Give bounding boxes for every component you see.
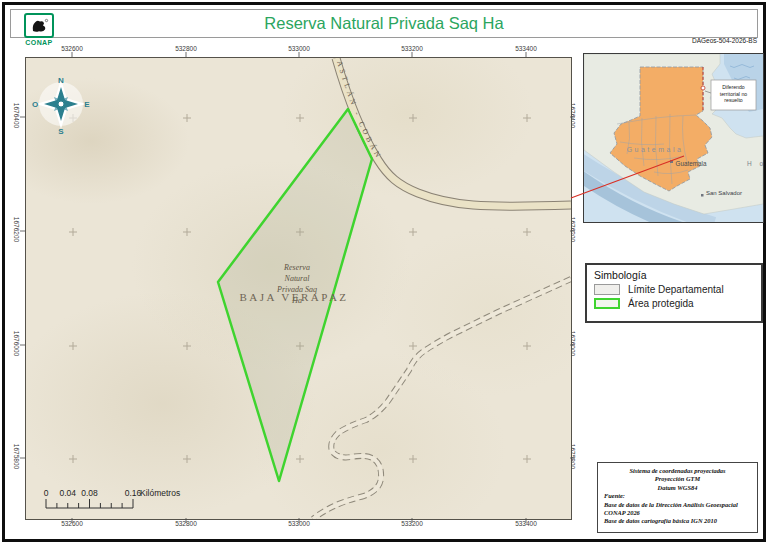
credits-panel: Sistema de coordenadas proyectadas Proye… [597,462,758,533]
datum-name: Datum WGS84 [604,484,751,492]
trail-casing [313,279,571,519]
grid-x-label: 532600 [50,45,94,52]
callout-text-line: resuelto [724,97,743,103]
grid-y-label: 1676000 [13,322,20,366]
jaguar-icon [29,18,49,33]
scale-bar: 0 0.04 0.08 0.16 Kilómetros [44,488,181,508]
grid-x-label: 533400 [504,45,548,52]
disputed-border-marker [701,86,705,90]
compass-west-label: O [32,100,38,109]
legend-title: Simbología [594,269,761,281]
scale-bar-ticks [46,499,133,508]
source-line: Base de datos cartografía básica IGN 201… [604,517,751,525]
grid-x-label: 533400 [504,520,548,527]
compass-east-label: E [84,100,90,109]
grid-x-label: 533000 [277,45,321,52]
grid-y-label: 1675800 [13,435,20,479]
projection-info: Sistema de coordenadas proyectadas [604,467,751,475]
scale-tick-label: 0.04 [59,488,76,498]
capital-city-dot [670,160,673,163]
grid-y-label: 1676400 [13,94,20,138]
reserve-label-line: Reserva [283,263,310,272]
road-casing [336,58,571,206]
source-title: Fuente: [604,492,751,500]
neighbor-country-label: H o [747,160,763,167]
legend-item-departmental: Límite Departamental [594,284,761,295]
grid-y-label: 1676200 [13,208,20,252]
city-label: San Salvador [706,190,742,196]
grid-x-label: 532800 [164,520,208,527]
conap-logo: CONAP [24,13,54,46]
main-map-canvas: ASTLÁN - COBÁN Reserva Natural Privada S… [26,58,571,519]
callout-text-line: territorial no [720,91,748,97]
reserve-label-line: Natural [284,274,311,283]
legend-item-label: Área protegida [628,298,694,309]
projection-name: Proyección GTM [604,475,751,483]
department-label: BAJA VERAPAZ [239,291,348,303]
legend-item-label: Límite Departamental [628,284,724,295]
source-line: Base de datos de la Dirección Análisis G… [604,501,751,509]
compass-north-label: N [58,76,64,85]
inset-canvas: Diferendo territorial no resuelto Guatem… [584,54,763,222]
country-label: Guatemala [627,146,684,153]
capital-city-label: Guatemala [676,160,707,167]
compass-south-label: S [58,127,64,136]
conap-logo-icon [24,13,54,38]
road-fill [336,58,571,206]
grid-x-label: 533200 [390,520,434,527]
legend-item-protected-area: Área protegida [594,298,761,309]
main-map: ASTLÁN - COBÁN Reserva Natural Privada S… [25,57,572,520]
scale-unit-label: Kilómetros [140,488,180,498]
inset-locator-map: Diferendo territorial no resuelto Guatem… [583,53,764,223]
document-code: DAGeos-504-2026-BS [692,37,757,44]
page-title: Reserva Natural Privada Saq Ha [11,10,757,37]
scale-tick-label: 0.08 [81,488,98,498]
legend-panel: Simbología Límite Departamental Área pro… [585,263,763,323]
scale-tick-label: 0 [44,488,49,498]
map-sheet: Reserva Natural Privada Saq Ha CONAP DAG… [0,0,768,544]
callout-text-line: Diferendo [722,84,745,90]
trail-fill [313,279,571,519]
protected-area-swatch [594,298,620,309]
compass-rose: N E S O [32,76,90,136]
header-bar: Reserva Natural Privada Saq Ha [10,9,758,38]
departmental-boundary-swatch [594,284,620,295]
grid-x-label: 533200 [390,45,434,52]
grid-x-label: 532800 [164,45,208,52]
grid-x-label: 533000 [277,520,321,527]
source-line: CONAP 2026 [604,509,751,517]
city-dot [701,194,704,197]
grid-x-label: 532600 [50,520,94,527]
